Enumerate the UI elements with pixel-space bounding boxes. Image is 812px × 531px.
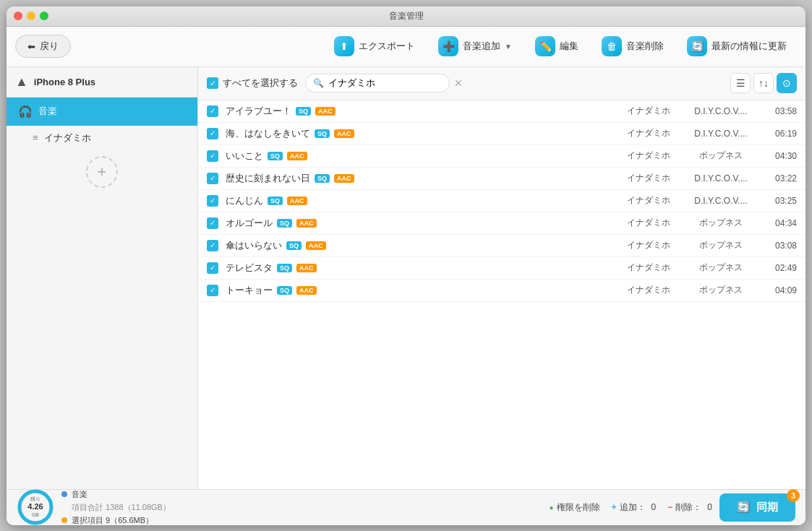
aac-badge: AAC: [334, 174, 354, 183]
window-title: 音楽管理: [389, 10, 424, 22]
track-name: いいこと SQ AAC: [226, 150, 609, 163]
dropdown-arrow: ▼: [505, 43, 512, 51]
track-checkbox[interactable]: ✓: [207, 262, 218, 274]
close-button[interactable]: [14, 12, 22, 20]
export-button[interactable]: ⬆ エクスポート: [324, 30, 425, 62]
add-music-button[interactable]: ➕ 音楽追加 ▼: [428, 30, 522, 62]
search-clear-button[interactable]: ✕: [454, 77, 463, 89]
track-album: ポップネス: [688, 239, 753, 251]
back-button[interactable]: ⬅ 戻り: [15, 35, 71, 58]
add-playlist-button[interactable]: +: [86, 156, 118, 188]
maximize-button[interactable]: [40, 12, 48, 20]
table-row[interactable]: ✓ トーキョー SQ AAC イナダミホ ポップネス 04:09: [198, 280, 805, 302]
track-duration: 04:34: [761, 218, 797, 228]
track-duration: 04:09: [761, 285, 797, 295]
track-name: にんじん SQ AAC: [226, 194, 609, 207]
table-row[interactable]: ✓ にんじん SQ AAC イナダミホ D.I.Y.C.O.V.... 03:2…: [198, 190, 805, 212]
track-checkbox[interactable]: ✓: [207, 217, 218, 229]
track-duration: 04:30: [761, 151, 797, 161]
delete-music-button[interactable]: 🗑 音楽削除: [591, 30, 674, 62]
edit-label: 編集: [560, 40, 578, 53]
table-row[interactable]: ✓ アイラブユー！ SQ AAC イナダミホ D.I.Y.C.O.V.... 0…: [198, 100, 805, 123]
track-artist: イナダミホ: [616, 239, 681, 251]
storage-label: 残り 4.26 GB: [27, 496, 43, 518]
view-controls: ☰ ↑↓ ⊙: [730, 73, 797, 93]
music-status-row: 音楽: [61, 489, 171, 500]
table-row[interactable]: ✓ オルゴール SQ AAC イナダミホ ポップネス 04:34: [198, 212, 805, 235]
status-right: ● 権限を削除 + 追加： 0 − 削除： 0: [550, 501, 712, 514]
sync-icon: 🔄: [737, 501, 751, 514]
music-icon: 🎧: [18, 105, 33, 118]
minus-icon: −: [667, 502, 672, 512]
track-artist: イナダミホ: [616, 262, 681, 274]
storage-unit: GB: [27, 512, 43, 518]
track-checkbox[interactable]: ✓: [207, 173, 218, 184]
sidebar-item-playlist[interactable]: ≡ イナダミホ: [7, 126, 197, 150]
sq-badge: SQ: [277, 286, 292, 295]
rights-item: ● 権限を削除: [550, 501, 600, 514]
aac-badge: AAC: [296, 219, 317, 228]
track-name: アイラブユー！ SQ AAC: [226, 105, 609, 118]
track-name: オルゴール SQ AAC: [226, 217, 609, 230]
add-label: 追加：: [620, 501, 646, 514]
aac-badge: AAC: [315, 107, 336, 116]
aac-badge: AAC: [306, 241, 326, 250]
track-checkbox[interactable]: ✓: [207, 240, 218, 251]
track-checkbox[interactable]: ✓: [207, 150, 218, 162]
track-name: テレビスタ SQ AAC: [226, 262, 609, 275]
track-checkbox[interactable]: ✓: [207, 105, 218, 117]
device-header: ▲ iPhone 8 Plus: [7, 67, 197, 98]
track-checkbox[interactable]: ✓: [207, 195, 218, 207]
table-row[interactable]: ✓ 歴史に刻まれない日 SQ AAC イナダミホ D.I.Y.C.O.V....…: [198, 168, 805, 190]
delete-music-label: 音楽削除: [626, 40, 664, 53]
aac-badge: AAC: [296, 264, 317, 272]
table-row[interactable]: ✓ 海、はなしをきいて SQ AAC イナダミホ D.I.Y.C.O.V....…: [198, 123, 805, 145]
sq-badge: SQ: [286, 241, 302, 250]
delete-music-icon: 🗑: [602, 36, 622, 56]
delete-label: 削除：: [675, 501, 701, 514]
track-album: D.I.Y.C.O.V....: [688, 106, 753, 116]
back-icon: ⬅: [27, 41, 35, 52]
track-checkbox[interactable]: ✓: [207, 128, 218, 139]
minimize-button[interactable]: [27, 12, 35, 20]
sq-badge: SQ: [268, 152, 283, 160]
grid-view-button[interactable]: ⊙: [777, 73, 797, 93]
sort-button[interactable]: ↑↓: [753, 73, 774, 93]
table-row[interactable]: ✓ 傘はいらない SQ AAC イナダミホ ポップネス 03:08: [198, 235, 805, 257]
track-album: D.I.Y.C.O.V....: [688, 196, 753, 206]
edit-button[interactable]: ✏️ 編集: [525, 30, 589, 62]
search-input[interactable]: [328, 78, 450, 89]
sync-label: 同期: [756, 501, 778, 514]
track-checkbox[interactable]: ✓: [207, 285, 218, 296]
track-album: ポップネス: [688, 217, 753, 229]
track-album: ポップネス: [688, 284, 753, 296]
traffic-lights: [14, 12, 48, 20]
aac-badge: AAC: [287, 197, 307, 205]
back-label: 戻り: [40, 40, 59, 53]
sync-button[interactable]: 🔄 同期 3: [719, 493, 795, 522]
storage-circle: 残り 4.26 GB: [17, 488, 54, 525]
storage-gb: 4.26: [27, 502, 43, 511]
track-artist: イナダミホ: [616, 150, 681, 162]
list-view-button[interactable]: ☰: [730, 73, 751, 93]
add-playlist-icon: +: [98, 163, 107, 181]
table-row[interactable]: ✓ テレビスタ SQ AAC イナダミホ ポップネス 02:49: [198, 257, 805, 280]
sidebar-item-music[interactable]: 🎧 音楽: [7, 98, 197, 126]
track-name: 海、はなしをきいて SQ AAC: [226, 127, 609, 140]
playlist-icon: ≡: [33, 132, 38, 143]
refresh-button[interactable]: 🔄 最新の情報に更新: [677, 30, 797, 62]
track-album: D.I.Y.C.O.V....: [688, 129, 753, 139]
edit-icon: ✏️: [535, 36, 555, 56]
total-items-row: 項目合計 1388（11.08GB）: [61, 502, 171, 513]
track-duration: 03:22: [761, 173, 797, 184]
selected-items-row: 選択項目 9（65.6MB）: [61, 515, 171, 525]
add-music-icon: ➕: [438, 36, 458, 56]
sidebar-music-label: 音楽: [38, 105, 57, 118]
search-box[interactable]: 🔍 ✕: [305, 74, 450, 92]
select-all-checkbox[interactable]: ✓ すべてを選択する: [207, 77, 298, 90]
sidebar-playlist-label: イナダミホ: [44, 131, 91, 144]
table-row[interactable]: ✓ いいこと SQ AAC イナダミホ ポップネス 04:30: [198, 145, 805, 168]
toolbar: ⬅ 戻り ⬆ エクスポート ➕ 音楽追加 ▼ ✏️ 編集 🗑 音楽削除 🔄 最新…: [7, 27, 805, 67]
track-artist: イナダミホ: [616, 172, 681, 184]
track-album: ポップネス: [688, 150, 753, 162]
